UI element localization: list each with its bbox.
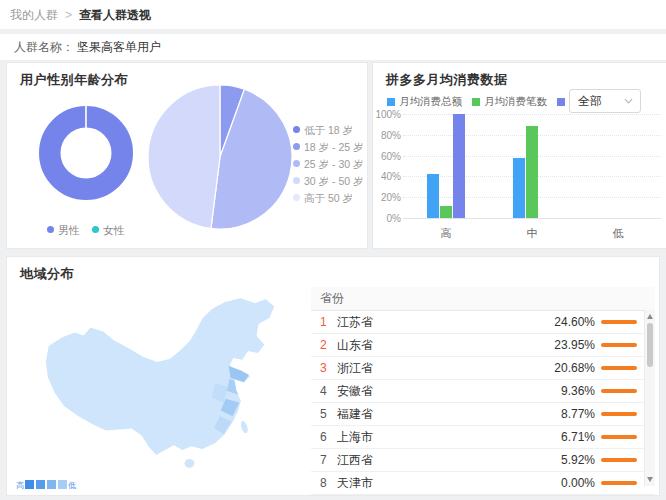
gender-legend-item[interactable]: 男性	[47, 223, 80, 238]
panel-consumption-title: 拼多多月均消费数据	[386, 71, 508, 89]
china-map	[13, 283, 307, 479]
audience-name-value: 坚果高客单用户	[77, 40, 161, 54]
scope-dropdown[interactable]: 全部	[569, 89, 641, 113]
y-axis-tick-label: 60%	[373, 151, 401, 162]
province-name: 安徽省	[334, 383, 543, 400]
scroll-down-icon[interactable]	[647, 477, 653, 482]
legend-square-icon	[472, 98, 480, 106]
province-bar	[601, 320, 637, 324]
bar-中[interactable]	[513, 158, 525, 218]
y-axis-tick-label: 20%	[373, 192, 401, 203]
province-name: 天津市	[334, 475, 543, 492]
audience-name-label: 人群名称：	[14, 40, 74, 54]
chevron-down-icon	[624, 98, 633, 104]
scope-dropdown-value: 全部	[578, 94, 602, 108]
province-name: 山东省	[334, 337, 543, 354]
province-percent: 23.95%	[543, 338, 595, 352]
x-axis-category-label: 中	[489, 226, 575, 241]
province-name: 福建省	[334, 406, 543, 423]
province-table: 省份 1江苏省24.60%2山东省23.95%3浙江省20.68%4安徽省9.3…	[311, 287, 655, 495]
table-row: 7江西省5.92%	[311, 449, 655, 472]
y-axis-tick-label: 40%	[373, 171, 401, 182]
breadcrumb-parent-link[interactable]: 我的人群	[10, 8, 58, 22]
map-legend-swatch	[36, 480, 45, 489]
province-bar	[601, 481, 637, 485]
gender-legend: 男性女性	[31, 223, 141, 238]
legend-dot-icon	[293, 194, 300, 201]
bar-高[interactable]	[427, 174, 439, 218]
scrollbar-thumb[interactable]	[647, 323, 653, 367]
province-percent: 8.77%	[543, 407, 595, 421]
breadcrumb-separator: >	[65, 8, 72, 22]
map-region-taiwan	[240, 420, 250, 434]
age-legend-item[interactable]: 高于 50 岁	[293, 190, 364, 207]
legend-dot-icon	[293, 126, 300, 133]
bar-高[interactable]	[453, 114, 465, 218]
province-name: 江西省	[334, 452, 543, 469]
legend-dot-icon	[293, 143, 300, 150]
legend-dot-icon	[92, 226, 99, 233]
x-axis-category-label: 低	[575, 226, 661, 241]
table-row: 5福建省8.77%	[311, 403, 655, 426]
province-name: 江苏省	[334, 314, 543, 331]
table-row: 3浙江省20.68%	[311, 357, 655, 380]
province-rank: 3	[311, 361, 334, 375]
map-legend-swatch	[58, 480, 67, 489]
province-name: 浙江省	[334, 360, 543, 377]
scroll-up-icon[interactable]	[647, 314, 653, 319]
gender-donut-chart	[33, 100, 139, 206]
bar-中[interactable]	[526, 126, 538, 218]
legend-square-icon	[557, 98, 565, 106]
province-rank: 5	[311, 407, 334, 421]
province-bar	[601, 389, 637, 393]
audience-name-bar: 人群名称：坚果高客单用户	[0, 34, 666, 60]
province-rank: 6	[311, 430, 334, 444]
table-row: 8天津市0.00%	[311, 472, 655, 495]
province-rank: 7	[311, 453, 334, 467]
consumption-legend-item[interactable]: 月均消费总额	[387, 95, 462, 107]
province-percent: 24.60%	[543, 315, 595, 329]
map-intensity-legend: 高低	[16, 480, 76, 490]
province-name: 上海市	[334, 429, 543, 446]
panel-consumption: 拼多多月均消费数据 月均消费总额月均消费笔数消费笔单价 全部 0%20%40%6…	[372, 62, 666, 249]
province-percent: 20.68%	[543, 361, 595, 375]
age-legend-item[interactable]: 18 岁 - 25 岁	[293, 139, 364, 156]
map-region-hainan	[185, 459, 195, 468]
province-table-header: 省份	[311, 287, 655, 311]
age-legend: 低于 18 岁18 岁 - 25 岁25 岁 - 30 岁30 岁 - 50 岁…	[293, 122, 364, 207]
panel-gender-age-title: 用户性别年龄分布	[20, 71, 128, 89]
panel-region-title: 地域分布	[20, 265, 74, 283]
province-bar	[601, 435, 637, 439]
age-pie-chart	[145, 82, 295, 232]
province-rank: 1	[311, 315, 334, 329]
table-scrollbar[interactable]	[644, 310, 655, 486]
table-row: 1江苏省24.60%	[311, 311, 655, 334]
gridline	[403, 218, 661, 219]
legend-dot-icon	[293, 160, 300, 167]
consumption-legend-item[interactable]: 月均消费笔数	[472, 95, 547, 107]
y-axis-tick-label: 100%	[373, 109, 401, 120]
age-legend-item[interactable]: 低于 18 岁	[293, 122, 364, 139]
y-axis-tick-label: 0%	[373, 213, 401, 224]
age-legend-item[interactable]: 30 岁 - 50 岁	[293, 173, 364, 190]
table-row: 2山东省23.95%	[311, 334, 655, 357]
bar-高[interactable]	[440, 206, 452, 218]
panel-gender-age: 用户性别年龄分布 男性女性 低于 18 岁18 岁 - 25 岁25 岁 - 3…	[6, 62, 368, 249]
bar-group	[513, 114, 552, 218]
consumption-bar-chart: 0%20%40%60%80%100%高中低	[403, 114, 661, 218]
province-rank: 4	[311, 384, 334, 398]
province-bar	[601, 458, 637, 462]
breadcrumb-current: 查看人群透视	[79, 8, 151, 22]
gender-legend-item[interactable]: 女性	[92, 223, 125, 238]
table-row: 6上海市6.71%	[311, 426, 655, 449]
age-legend-item[interactable]: 25 岁 - 30 岁	[293, 156, 364, 173]
province-percent: 9.36%	[543, 384, 595, 398]
legend-square-icon	[387, 98, 395, 106]
bar-group	[427, 114, 466, 218]
province-bar	[601, 366, 637, 370]
province-rank: 2	[311, 338, 334, 352]
y-axis-tick-label: 80%	[373, 130, 401, 141]
province-percent: 0.00%	[543, 476, 595, 490]
map-legend-low-label: 低	[68, 481, 76, 490]
map-legend-high-label: 高	[16, 481, 24, 490]
